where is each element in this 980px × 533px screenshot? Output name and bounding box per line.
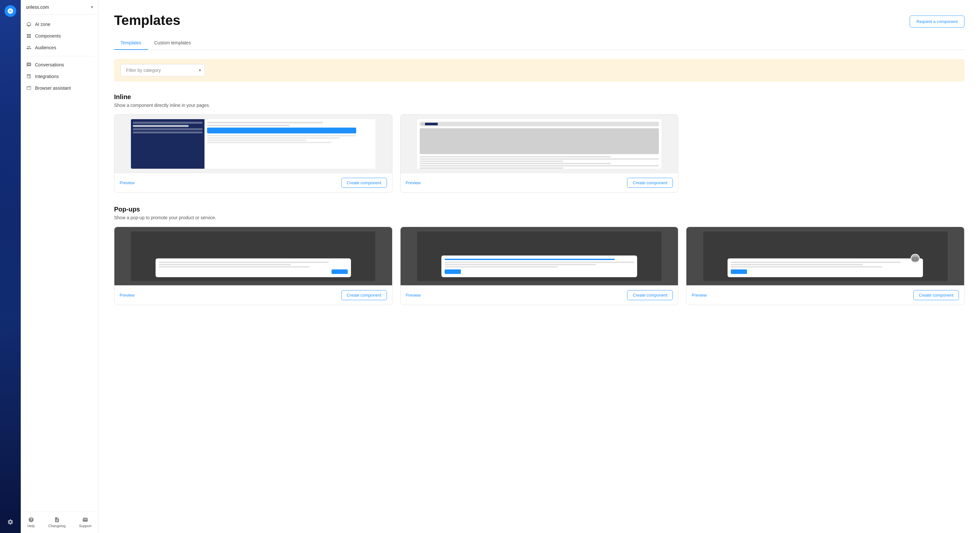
mock-btn: [331, 270, 348, 274]
mock-badge: [425, 123, 438, 125]
request-component-button[interactable]: Request a component: [910, 16, 964, 27]
mock-line: [159, 266, 310, 268]
tab-templates[interactable]: Templates: [114, 37, 148, 50]
mock-top-bar: [420, 122, 659, 126]
template-card-popup-1: Preview Create component: [114, 227, 393, 305]
sidebar-item-ai-zone[interactable]: AI zone: [21, 19, 98, 30]
conversations-icon: [26, 62, 32, 68]
card-footer-popup-3: Preview Create component: [686, 285, 964, 305]
help-icon: [28, 517, 34, 523]
workspace-chevron-icon: ▾: [91, 5, 93, 10]
create-component-button-popup-3[interactable]: Create component: [913, 290, 959, 300]
mock-line: [207, 137, 340, 139]
mock-line: [420, 165, 659, 167]
mock-line: [159, 262, 329, 263]
mock-line: [445, 264, 596, 265]
sidebar-item-label: AI zone: [35, 22, 50, 27]
support-icon: [82, 517, 88, 523]
card-preview-popup-2: [401, 227, 678, 285]
mock-line: [207, 135, 356, 136]
gear-icon: [7, 519, 14, 525]
card-footer-inline-2: Preview Create component: [401, 173, 678, 192]
tabs-bar: Templates Custom templates: [114, 37, 964, 50]
mock-line: [420, 160, 563, 162]
preview-link-inline-2[interactable]: Preview: [406, 180, 421, 185]
sidebar-bottom-support[interactable]: Support: [76, 516, 94, 529]
sidebar: unless.com ▾ AI zone Components Audience…: [21, 0, 99, 533]
mock-preview-inline-page: [417, 119, 662, 169]
mock-sidebar-item-active: [133, 125, 188, 127]
card-footer-inline-1: Preview Create component: [115, 173, 392, 192]
preview-link-popup-2[interactable]: Preview: [406, 293, 421, 298]
create-component-button-inline-1[interactable]: Create component: [341, 178, 387, 188]
page-title: Templates: [114, 13, 180, 28]
app-logo[interactable]: [5, 5, 16, 17]
mock-sidebar-item: [133, 128, 202, 130]
template-card-inline-1: Preview Create component: [114, 114, 393, 193]
mock-sidebar: [131, 119, 204, 169]
sidebar-bottom-help[interactable]: Help: [25, 516, 38, 529]
sidebar-item-label: Integrations: [35, 74, 59, 79]
template-card-inline-2: Preview Create component: [400, 114, 679, 193]
sidebar-bottom-changelog[interactable]: Changelog: [46, 516, 68, 529]
mock-blue-line: [445, 259, 615, 260]
mock-line: [420, 156, 611, 157]
card-preview-inline-1: [115, 115, 392, 173]
card-footer-popup-1: Preview Create component: [115, 285, 392, 305]
changelog-icon: [54, 517, 60, 523]
sidebar-bottom: Help Changelog Support: [21, 511, 98, 533]
section-inline-desc: Show a component directly inline in your…: [114, 103, 964, 108]
section-popups-desc: Show a pop-up to promote your product or…: [114, 215, 964, 220]
tab-custom-templates[interactable]: Custom templates: [148, 37, 197, 50]
preview-link-inline-1[interactable]: Preview: [119, 180, 135, 185]
create-component-button-popup-2[interactable]: Create component: [627, 290, 673, 300]
mock-preview-inline-chat: [131, 119, 375, 169]
preview-popup-dark: [131, 232, 375, 281]
create-component-button-inline-2[interactable]: Create component: [627, 178, 673, 188]
mock-text-lines: [420, 156, 659, 169]
create-component-button-popup-1[interactable]: Create component: [341, 290, 387, 300]
preview-link-popup-1[interactable]: Preview: [119, 293, 135, 298]
section-inline: Inline Show a component directly inline …: [114, 93, 964, 193]
sidebar-item-label: Conversations: [35, 62, 64, 67]
sidebar-item-conversations[interactable]: Conversations: [21, 59, 98, 71]
mock-line: [445, 266, 558, 268]
section-inline-title: Inline: [114, 93, 964, 101]
integrations-icon: [26, 73, 32, 79]
mock-btn: [731, 270, 747, 274]
sidebar-item-label: Audiences: [35, 45, 56, 50]
changelog-label: Changelog: [48, 524, 65, 528]
icon-bar-bottom: [5, 516, 16, 528]
ai-icon: [26, 21, 32, 27]
filter-category-select[interactable]: Filter by category All categories Inline…: [121, 64, 205, 76]
template-card-popup-3: Preview Create component: [686, 227, 964, 305]
sidebar-item-integrations[interactable]: Integrations: [21, 71, 98, 82]
section-popups-title: Pop-ups: [114, 206, 964, 213]
mock-line: [159, 264, 291, 265]
mock-line: [731, 264, 863, 265]
workspace-name: unless.com: [26, 5, 49, 10]
sidebar-header[interactable]: unless.com ▾: [21, 0, 98, 14]
card-preview-popup-1: [115, 227, 392, 285]
mock-sidebar-item: [133, 122, 202, 124]
icon-bar: [0, 0, 21, 533]
support-label: Support: [79, 524, 92, 528]
mock-btns: [159, 270, 348, 274]
filter-select-wrapper: Filter by category All categories Inline…: [121, 64, 205, 76]
browser-assistant-icon: [26, 85, 32, 91]
sidebar-item-audiences[interactable]: Audiences: [21, 42, 98, 54]
settings-button[interactable]: [5, 516, 16, 528]
preview-inner-inline-1: [131, 119, 375, 169]
mock-sidebar-item: [133, 132, 202, 133]
mock-line: [207, 125, 290, 126]
sidebar-item-components[interactable]: Components: [21, 30, 98, 42]
components-icon: [26, 33, 32, 39]
section-popups: Pop-ups Show a pop-up to promote your pr…: [114, 206, 964, 305]
mock-main: [205, 119, 375, 169]
sidebar-item-browser-assistant[interactable]: Browser assistant: [21, 82, 98, 94]
inline-cards-grid: Preview Create component: [114, 114, 964, 193]
mock-line: [207, 140, 307, 141]
sidebar-divider: [26, 56, 93, 56]
preview-link-popup-3[interactable]: Preview: [692, 293, 706, 298]
mock-image: [420, 128, 659, 154]
